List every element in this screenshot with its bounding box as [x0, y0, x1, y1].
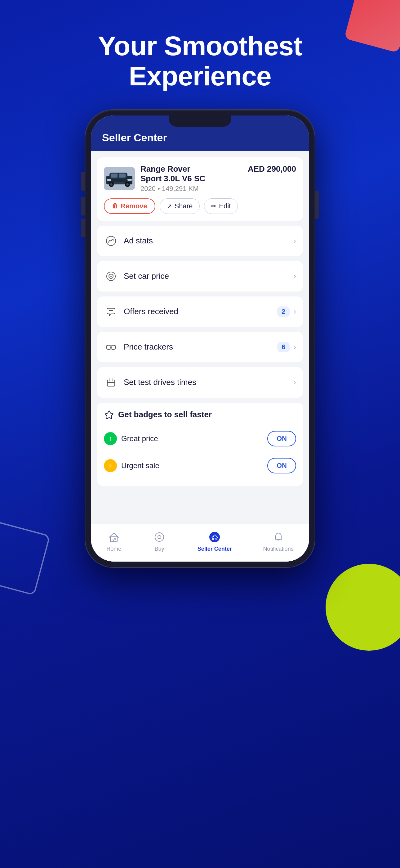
car-image: [104, 167, 135, 190]
svg-rect-30: [110, 537, 117, 542]
car-info: Range Rover Sport 3.0L V6 SC AED 290,000…: [140, 164, 296, 193]
car-dot: •: [158, 185, 160, 192]
test-drives-label: Set test drives times: [124, 377, 293, 387]
set-car-price-card[interactable]: Set car price ›: [97, 261, 303, 291]
badges-title: Get badges to sell faster: [104, 409, 296, 420]
share-label: Share: [174, 202, 193, 210]
badges-card: Get badges to sell faster ↑ Great price …: [97, 403, 303, 486]
svg-rect-3: [111, 174, 118, 178]
buy-label: Buy: [155, 546, 164, 552]
svg-point-13: [108, 242, 109, 243]
svg-rect-10: [107, 179, 111, 181]
price-icon: [104, 269, 118, 283]
price-trackers-item[interactable]: Price trackers 6 ›: [104, 332, 296, 362]
test-drives-arrow: ›: [293, 377, 296, 387]
hero-line1: Your Smoothest: [0, 31, 400, 61]
offers-received-item[interactable]: Offers received 2 ›: [104, 297, 296, 327]
car-price: AED 290,000: [248, 164, 296, 174]
nav-seller-center[interactable]: Seller Center: [198, 530, 232, 552]
nav-notifications[interactable]: Notifications: [263, 530, 294, 552]
phone-screen: Seller Center: [91, 116, 309, 562]
edit-button[interactable]: ✏ Edit: [204, 198, 238, 214]
app-topbar-title: Seller Center: [102, 132, 298, 144]
share-icon: ↗: [167, 203, 172, 210]
trash-icon: 🗑: [112, 203, 118, 210]
offers-received-label: Offers received: [124, 307, 277, 316]
offers-icon: [104, 305, 118, 319]
offers-arrow: ›: [293, 307, 296, 316]
home-label: Home: [106, 546, 121, 552]
urgent-sale-left: ⚡ Urgent sale: [104, 459, 159, 472]
car-listing-card: Range Rover Sport 3.0L V6 SC AED 290,000…: [97, 157, 303, 221]
seller-center-icon: [208, 530, 222, 544]
test-drives-icon: [104, 375, 118, 390]
svg-marker-29: [105, 411, 113, 419]
svg-line-24: [115, 345, 116, 346]
great-price-icon: ↑: [104, 432, 117, 445]
nav-home[interactable]: Home: [106, 530, 121, 552]
set-car-price-label: Set car price: [124, 271, 293, 281]
offers-received-card[interactable]: Offers received 2 ›: [97, 297, 303, 327]
badge-section-icon: [104, 409, 114, 420]
deco-bottom-right: [326, 564, 400, 651]
svg-rect-32: [114, 538, 116, 540]
trackers-badge: 6: [277, 342, 290, 352]
ad-stats-label: Ad stats: [124, 236, 293, 246]
svg-point-6: [110, 183, 112, 186]
edit-icon: ✏: [211, 203, 216, 210]
price-trackers-card[interactable]: Price trackers 6 ›: [97, 332, 303, 362]
notifications-icon: [272, 530, 285, 544]
arrow-up-icon: ↑: [109, 435, 112, 442]
bottom-nav: Home Buy: [91, 524, 309, 562]
test-drives-item[interactable]: Set test drives times ›: [104, 367, 296, 398]
great-price-label: Great price: [121, 434, 158, 443]
share-button[interactable]: ↗ Share: [160, 198, 200, 214]
car-info-top: Range Rover Sport 3.0L V6 SC AED 290,000: [140, 164, 296, 183]
great-price-row: ↑ Great price ON: [104, 425, 296, 452]
seller-center-label: Seller Center: [198, 546, 232, 552]
ad-stats-icon: [104, 234, 118, 248]
car-details: 2020 • 149,291 KM: [140, 185, 296, 193]
urgent-sale-row: ⚡ Urgent sale ON: [104, 452, 296, 479]
ad-stats-arrow: ›: [293, 236, 296, 246]
ad-stats-item[interactable]: Ad stats ›: [104, 226, 296, 256]
ad-stats-card[interactable]: Ad stats ›: [97, 226, 303, 256]
test-drives-card[interactable]: Set test drives times ›: [97, 367, 303, 398]
urgent-sale-toggle[interactable]: ON: [267, 458, 296, 473]
car-km: 149,291 KM: [162, 185, 199, 192]
svg-rect-9: [114, 182, 125, 184]
offers-badge: 2: [277, 306, 290, 317]
hero-line2: Experience: [0, 61, 400, 91]
car-actions: 🗑 Remove ↗ Share ✏ Edit: [104, 198, 296, 214]
trackers-icon: [104, 340, 118, 354]
trackers-arrow: ›: [293, 342, 296, 352]
lightning-icon: ⚡: [107, 462, 114, 469]
app-content: Range Rover Sport 3.0L V6 SC AED 290,000…: [91, 151, 309, 524]
svg-point-34: [158, 535, 161, 538]
svg-point-35: [209, 532, 220, 542]
remove-button[interactable]: 🗑 Remove: [104, 198, 155, 214]
hero-text: Your Smoothest Experience: [0, 0, 400, 110]
urgent-sale-label: Urgent sale: [121, 461, 159, 470]
notifications-label: Notifications: [263, 546, 294, 552]
nav-buy[interactable]: Buy: [153, 530, 166, 552]
car-card-top: Range Rover Sport 3.0L V6 SC AED 290,000…: [104, 164, 296, 193]
svg-rect-25: [107, 380, 115, 386]
car-name-line2: Sport 3.0L V6 SC: [140, 174, 205, 183]
phone-wrapper: Seller Center: [0, 110, 400, 567]
svg-line-23: [106, 345, 107, 346]
remove-label: Remove: [121, 202, 147, 210]
svg-rect-4: [119, 174, 126, 178]
buy-icon: [153, 530, 166, 544]
urgent-sale-icon: ⚡: [104, 459, 117, 472]
set-car-price-item[interactable]: Set car price ›: [104, 261, 296, 291]
phone-notch: [169, 116, 231, 127]
svg-point-17: [110, 276, 112, 277]
edit-label: Edit: [219, 202, 231, 210]
great-price-left: ↑ Great price: [104, 432, 158, 445]
car-name: Range Rover Sport 3.0L V6 SC: [140, 164, 205, 183]
svg-point-14: [113, 239, 114, 240]
phone-outer: Seller Center: [85, 110, 315, 567]
great-price-toggle[interactable]: ON: [267, 431, 296, 446]
svg-rect-11: [128, 179, 132, 181]
